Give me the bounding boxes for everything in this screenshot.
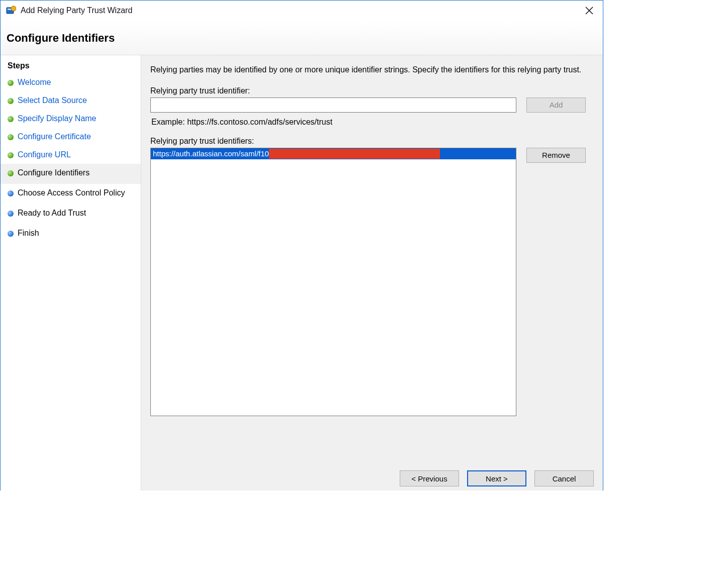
step-specify-display-name[interactable]: Specify Display Name (1, 110, 141, 128)
titlebar: Add Relying Party Trust Wizard (1, 1, 603, 21)
step-complete-icon (8, 170, 14, 176)
app-icon (6, 5, 17, 16)
step-pending-icon (8, 231, 14, 237)
step-select-data-source[interactable]: Select Data Source (1, 91, 141, 110)
step-complete-icon (8, 80, 14, 86)
step-link[interactable]: Configure URL (18, 150, 71, 160)
step-link[interactable]: Welcome (18, 77, 51, 87)
identifier-list-item[interactable]: https://auth.atlassian.com/saml/f10 (151, 148, 516, 159)
remove-button[interactable]: Remove (526, 148, 586, 163)
identifier-input-label: Relying party trust identifier: (150, 86, 594, 95)
step-complete-icon (8, 134, 14, 140)
identifier-listbox[interactable]: https://auth.atlassian.com/saml/f10 (150, 148, 516, 416)
step-ready-to-add-trust[interactable]: Ready to Add Trust (1, 204, 141, 224)
step-pending-icon (8, 190, 14, 197)
step-pending-icon (8, 211, 14, 217)
step-link[interactable]: Select Data Source (18, 95, 87, 106)
step-label: Choose Access Control Policy (18, 188, 125, 198)
add-button[interactable]: Add (526, 97, 586, 113)
previous-button[interactable]: < Previous (400, 470, 459, 486)
step-link[interactable]: Configure Certificate (18, 132, 91, 142)
steps-list: Welcome Select Data Source Specify Displ… (1, 73, 141, 244)
wizard-footer: < Previous Next > Cancel (150, 458, 594, 486)
step-choose-access-control-policy[interactable]: Choose Access Control Policy (1, 184, 141, 204)
page-heading: Configure Identifiers (1, 21, 603, 55)
next-button[interactable]: Next > (467, 470, 526, 486)
step-complete-icon (8, 98, 14, 104)
step-link[interactable]: Specify Display Name (18, 114, 97, 124)
svg-point-2 (11, 6, 16, 11)
step-welcome[interactable]: Welcome (1, 73, 141, 91)
step-finish[interactable]: Finish (1, 224, 141, 244)
cancel-button[interactable]: Cancel (534, 470, 594, 486)
close-button[interactable] (581, 4, 598, 17)
identifier-example: Example: https://fs.contoso.com/adfs/ser… (151, 118, 593, 127)
step-configure-url[interactable]: Configure URL (1, 146, 141, 164)
intro-text: Relying parties may be identified by one… (150, 64, 594, 75)
step-configure-certificate[interactable]: Configure Certificate (1, 128, 141, 146)
identifier-list-label: Relying party trust identifiers: (150, 137, 594, 146)
steps-title: Steps (1, 61, 141, 73)
step-complete-icon (8, 152, 14, 158)
window-title: Add Relying Party Trust Wizard (21, 6, 132, 15)
redacted-segment (269, 149, 440, 159)
step-configure-identifiers[interactable]: Configure Identifiers (1, 164, 141, 184)
step-label: Finish (18, 228, 39, 238)
step-label: Ready to Add Trust (18, 208, 86, 218)
step-complete-icon (8, 116, 14, 122)
identifier-text: https://auth.atlassian.com/saml/f10 (151, 149, 269, 158)
steps-sidebar: Steps Welcome Select Data Source Specify… (1, 55, 141, 491)
main-panel: Relying parties may be identified by one… (141, 55, 603, 491)
identifier-input[interactable] (150, 97, 516, 113)
step-label: Configure Identifiers (18, 168, 89, 178)
wizard-window: Add Relying Party Trust Wizard Configure… (0, 0, 603, 491)
